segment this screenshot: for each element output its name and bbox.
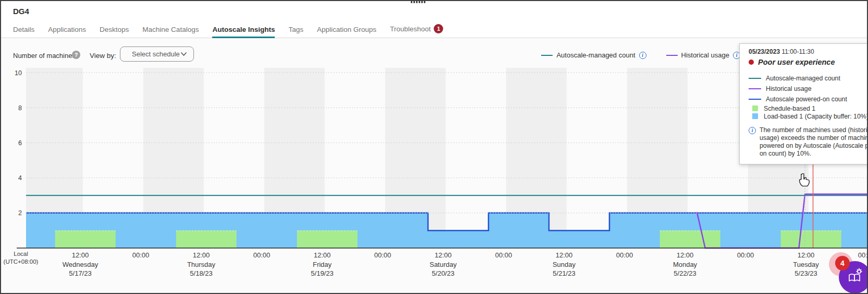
square-swatch — [752, 105, 758, 111]
tooltip-note: i The number of machines used (historica… — [749, 126, 868, 158]
tab-label: Machine Catalogs — [142, 26, 199, 33]
legend-item-autoscale-managed-count: Autoscale-managed counti — [541, 51, 646, 59]
note-line: usage) exceeds the number of machines — [760, 134, 868, 142]
x-tick-day: Sunday — [553, 261, 576, 268]
x-tick-day: Friday — [313, 261, 332, 268]
x-tick-date: 5/23/23 — [794, 269, 817, 277]
tab-troubleshoot[interactable]: Troubleshoot1 — [390, 24, 443, 38]
x-axis-labels: 12:00Wednesday5/17/2300:0012:00Thursday5… — [4, 251, 868, 277]
status-label: Poor user experience — [758, 58, 835, 66]
tooltip-row-autoscale-managed-count: Autoscale-managed count3 — [749, 73, 868, 84]
tab-label: Details — [13, 26, 34, 33]
tab-label: Troubleshoot — [390, 25, 431, 33]
y-tick-label: 6 — [18, 139, 22, 147]
y-tick-label: 4 — [18, 174, 22, 182]
x-tick-time: 00:00 — [858, 251, 868, 259]
tooltip-status: Poor user experience — [749, 58, 868, 66]
schedule-select[interactable]: Select schedule — [120, 46, 194, 62]
x-tick-time: 12:00 — [556, 251, 573, 259]
y-tick-label: 2 — [18, 209, 22, 217]
tab-bar: DetailsApplicationsDesktopsMachine Catal… — [13, 24, 443, 38]
tab-details[interactable]: Details — [13, 26, 34, 38]
y-axis-title: Number of machines — [13, 52, 76, 60]
tab-autoscale-insights[interactable]: Autoscale Insights — [212, 26, 275, 38]
x-tick-date: 5/19/23 — [311, 269, 333, 277]
x-tick-time: 12:00 — [72, 251, 89, 259]
info-icon: i — [749, 127, 756, 134]
tab-label: Applications — [48, 26, 86, 33]
x-tick-date: 5/22/23 — [674, 269, 696, 277]
chart-tooltip: 05/23/2023 11:00-11:30 Poor user experie… — [739, 43, 868, 164]
tab-machine-catalogs[interactable]: Machine Catalogs — [142, 26, 199, 38]
line-swatch — [749, 99, 761, 100]
line-swatch — [749, 88, 761, 89]
note-line: The number of machines used (historical — [760, 126, 868, 134]
chevron-down-icon — [180, 50, 187, 58]
status-dot-icon — [749, 60, 754, 65]
x-tick-time: 00:00 — [495, 251, 512, 259]
timezone-label: Local — [14, 251, 28, 257]
x-tick-date: 5/17/23 — [69, 269, 91, 277]
tooltip-date: 05/23/2023 — [749, 48, 780, 55]
x-tick-time: 00:00 — [132, 251, 150, 259]
legend-item-historical-usage: Historical usagei — [666, 51, 741, 59]
tab-label: Desktops — [100, 26, 129, 33]
x-tick-date: 5/21/23 — [553, 269, 575, 277]
tooltip-row-historical-usage: Historical usage3 — [749, 84, 868, 94]
tab-label: Autoscale Insights — [212, 26, 275, 33]
x-tick-time: 00:00 — [253, 251, 271, 259]
timezone-label: (UTC+08:00) — [4, 258, 39, 265]
help-icon[interactable]: ? — [72, 51, 80, 59]
legend-line-swatch — [666, 55, 678, 56]
window-drag-dots-icon — [411, 1, 425, 3]
chart-legend: Autoscale-managed countiHistorical usage… — [541, 51, 740, 59]
x-tick-time: 12:00 — [193, 251, 210, 259]
y-tick-label: 10 — [15, 69, 22, 77]
x-tick-time: 12:00 — [677, 251, 694, 259]
y-tick-label: 8 — [18, 104, 22, 112]
x-tick-time: 12:00 — [435, 251, 452, 259]
tooltip-rows: Autoscale-managed count3Historical usage… — [749, 73, 868, 120]
tooltip-row-label: Load-based 1 (Capacity buffer: 10%) — [764, 113, 868, 120]
x-tick-day: Wednesday — [63, 261, 99, 268]
x-tick-day: Tuesday — [793, 261, 819, 268]
line-swatch — [749, 78, 761, 79]
legend-line-swatch — [541, 55, 553, 56]
x-tick-time: 00:00 — [374, 251, 392, 259]
chart-svg: 10864212:00Wednesday5/17/2300:0012:00Thu… — [1, 1, 868, 294]
info-icon[interactable]: i — [639, 52, 646, 59]
tooltip-time-range: 11:00-11:30 — [781, 48, 814, 55]
tab-label: Application Groups — [317, 26, 376, 33]
x-tick-date: 5/20/23 — [432, 269, 454, 277]
tab-tags[interactable]: Tags — [288, 26, 303, 38]
book-bulb-icon — [846, 267, 864, 288]
tooltip-datetime: 05/23/2023 11:00-11:30 — [749, 48, 868, 55]
guide-notification-badge[interactable]: 4 — [835, 256, 850, 271]
legend-label: Historical usage — [681, 51, 730, 59]
tooltip-row-schedule-based-1: Schedule-based 1 — [749, 104, 868, 112]
tab-applications[interactable]: Applications — [48, 26, 86, 38]
x-tick-time: 00:00 — [616, 251, 633, 259]
autoscale-insights-chart[interactable]: 10864212:00Wednesday5/17/2300:0012:00Thu… — [1, 1, 868, 294]
x-tick-time: 00:00 — [737, 251, 754, 259]
x-tick-date: 5/18/23 — [190, 269, 212, 277]
x-tick-time: 12:00 — [314, 251, 331, 259]
tab-label: Tags — [288, 26, 303, 33]
tab-application-groups[interactable]: Application Groups — [317, 26, 376, 38]
square-swatch — [752, 113, 758, 119]
x-tick-day: Saturday — [430, 261, 457, 268]
note-line: powered on by Autoscale (Autoscale power… — [760, 142, 868, 150]
x-tick-time: 12:00 — [798, 251, 815, 259]
page-title: DG4 — [13, 7, 29, 16]
tooltip-row-label: Autoscale powered-on count — [766, 96, 847, 103]
tooltip-row-load-based-1-capacity-buffer-10: Load-based 1 (Capacity buffer: 10%) — [749, 112, 868, 120]
view-by-label: View by: — [90, 52, 116, 60]
page-header: DG4 DetailsApplicationsDesktopsMachine C… — [1, 1, 867, 38]
tooltip-row-autoscale-powered-on-count: Autoscale powered-on count2 — [749, 94, 868, 104]
app-window: 10864212:00Wednesday5/17/2300:0012:00Thu… — [0, 0, 868, 294]
tooltip-row-label: Schedule-based 1 — [764, 105, 815, 112]
tooltip-note-text: The number of machines used (historicalu… — [760, 126, 868, 158]
tooltip-row-label: Autoscale-managed count — [766, 75, 840, 82]
x-tick-day: Monday — [673, 261, 698, 268]
tab-desktops[interactable]: Desktops — [100, 26, 129, 38]
